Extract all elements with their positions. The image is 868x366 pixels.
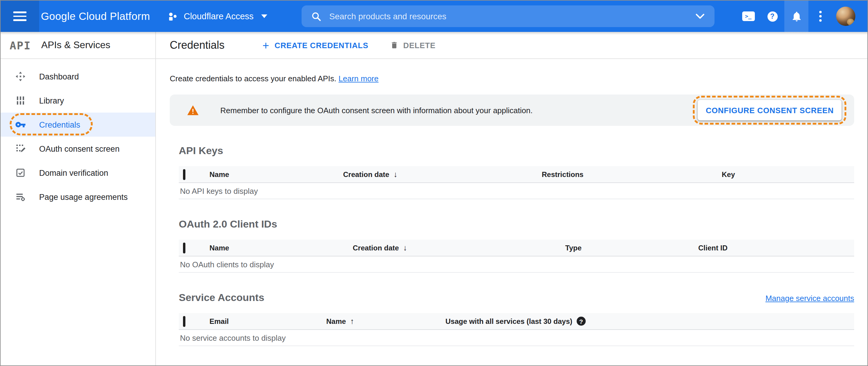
project-selector[interactable]: Cloudflare Access [167,11,267,21]
cloud-shell-button[interactable]: >_ [736,1,760,32]
delete-button[interactable]: DELETE [390,40,435,50]
search-input[interactable] [329,11,695,21]
sidebar-item-page-usage-agreements[interactable]: Page usage agreements [1,185,155,209]
consent-screen-icon [15,143,26,154]
key-icon [15,119,26,130]
topbar-actions: >_ ? [736,1,867,32]
gcp-console-window: Google Cloud Platform Cloudflare Access … [0,0,868,366]
column-header-restrictions: Restrictions [542,170,722,179]
oauth-clients-empty-row: No OAuth clients to display [179,256,854,273]
help-tooltip-icon[interactable]: ? [577,317,586,326]
manage-service-accounts-link[interactable]: Manage service accounts [765,294,854,303]
search-bar[interactable] [302,5,714,27]
sidebar-item-domain-verification[interactable]: Domain verification [1,161,155,185]
column-header-key: Key [722,170,854,179]
column-header-email: Email [210,317,326,325]
intro-text: Create credentials to access your enable… [170,74,867,83]
search-expand-chevron-icon[interactable] [695,13,705,19]
agreements-icon [15,191,26,202]
section-title-oauth-clients: OAuth 2.0 Client IDs [179,218,277,231]
sidebar-item-label: Domain verification [39,168,108,177]
product-logo[interactable]: Google Cloud Platform [41,10,150,23]
top-app-bar: Google Cloud Platform Cloudflare Access … [1,1,867,32]
dashboard-icon [15,71,26,82]
help-button[interactable]: ? [760,1,784,32]
column-header-creation-date[interactable]: Creation date ↓ [353,243,565,252]
more-options-button[interactable] [808,1,833,32]
sidebar-nav: Dashboard Library [1,59,155,209]
sidebar-item-label: OAuth consent screen [39,144,120,153]
select-all-checkbox[interactable] [183,169,185,180]
sidebar-title: APIs & Services [41,40,110,51]
apis-services-logo: API [10,39,31,52]
column-header-name: Name [210,170,343,179]
create-credentials-button[interactable]: + CREATE CREDENTIALS [262,39,368,51]
page-content: Create credentials to access your enable… [156,74,867,346]
terminal-icon: >_ [742,11,754,21]
main-panel: Credentials + CREATE CREDENTIALS DELETE … [156,32,867,365]
sidebar-item-label: Dashboard [39,72,79,81]
sidebar-item-label: Credentials [39,120,80,129]
oauth-clients-table-header: Name Creation date ↓ Type Client ID [179,240,854,256]
trash-icon [390,40,399,50]
column-header-client-id: Client ID [698,244,854,252]
project-name: Cloudflare Access [184,11,253,21]
sidebar-item-label: Page usage agreements [39,192,128,201]
section-title-service-accounts: Service Accounts [179,292,264,304]
sort-descending-icon: ↓ [393,170,397,179]
sidebar-item-dashboard[interactable]: Dashboard [1,64,155,89]
help-icon: ? [767,11,777,21]
verified-checkbox-icon [15,167,26,178]
column-header-usage: Usage with all services (last 30 days) ? [445,317,854,326]
sidebar: API APIs & Services Dashboard [1,32,156,365]
kebab-icon [819,10,822,23]
hamburger-icon [13,9,27,24]
hamburger-menu-button[interactable] [1,1,39,32]
select-all-checkbox[interactable] [183,316,185,327]
oauth-clients-section: OAuth 2.0 Client IDs Name Creation date … [179,218,854,273]
api-keys-table-header: Name Creation date ↓ Restrictions Key [179,166,854,183]
consent-warning-banner: Remember to configure the OAuth consent … [170,94,854,126]
project-icon [167,11,178,21]
sidebar-header: API APIs & Services [1,32,155,59]
project-caret-icon [261,14,268,18]
service-accounts-empty-row: No service accounts to display [179,330,854,346]
sidebar-item-credentials[interactable]: Credentials [1,113,155,136]
warning-icon [187,105,199,115]
column-header-name: Name [210,244,353,252]
page-title: Credentials [170,39,224,52]
sidebar-item-oauth-consent-screen[interactable]: OAuth consent screen [1,136,155,161]
learn-more-link[interactable]: Learn more [339,74,379,83]
section-title-api-keys: API Keys [179,145,223,157]
api-keys-empty-row: No API keys to display [179,183,854,199]
service-accounts-section: Service Accounts Manage service accounts… [179,292,854,346]
sort-ascending-icon: ↑ [350,317,354,326]
warning-message: Remember to configure the OAuth consent … [220,105,698,115]
page-header: Credentials + CREATE CREDENTIALS DELETE [156,32,867,59]
notifications-button[interactable] [784,1,808,32]
service-accounts-table-header: Email Name ↑ Usage with all services (la… [179,313,854,330]
column-header-creation-date[interactable]: Creation date ↓ [343,170,542,179]
sidebar-item-label: Library [39,96,64,105]
user-avatar[interactable] [836,7,855,26]
api-keys-section: API Keys Name Creation date ↓ Restrictio… [179,145,854,199]
bell-icon [790,10,802,22]
plus-icon: + [262,39,269,51]
select-all-checkbox[interactable] [183,242,185,253]
library-icon [15,95,26,106]
configure-consent-screen-button[interactable]: CONFIGURE CONSENT SCREEN [698,100,841,120]
column-header-type: Type [565,244,698,252]
column-header-name[interactable]: Name ↑ [326,317,445,326]
sidebar-item-library[interactable]: Library [1,89,155,113]
search-icon [311,11,321,21]
sort-descending-icon: ↓ [403,243,407,252]
